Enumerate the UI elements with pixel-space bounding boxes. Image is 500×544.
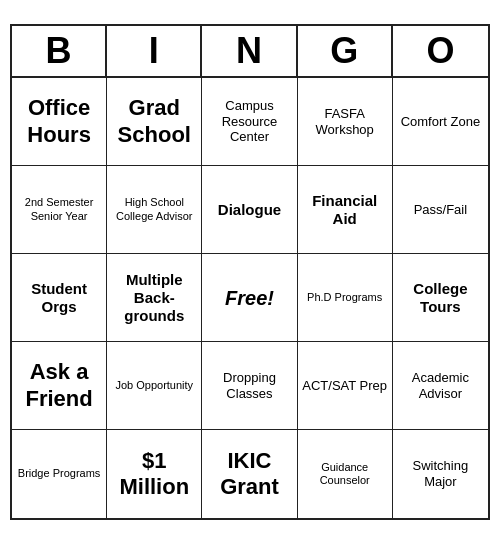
bingo-cell: Job Opportunity	[107, 342, 202, 430]
bingo-cell: Campus Resource Center	[202, 78, 297, 166]
bingo-cell: Multiple Back-grounds	[107, 254, 202, 342]
cell-text: Financial Aid	[301, 192, 389, 228]
bingo-cell: High School College Advisor	[107, 166, 202, 254]
bingo-header: BINGO	[12, 26, 488, 78]
header-letter: G	[298, 26, 393, 76]
bingo-cell: $1 Million	[107, 430, 202, 518]
cell-text: Ask a Friend	[15, 359, 103, 412]
cell-text: Comfort Zone	[401, 114, 480, 130]
bingo-cell: Office Hours	[12, 78, 107, 166]
cell-text: High School College Advisor	[110, 196, 198, 222]
bingo-cell: Ph.D Programs	[298, 254, 393, 342]
header-letter: N	[202, 26, 297, 76]
bingo-cell: Pass/Fail	[393, 166, 488, 254]
bingo-cell: Ask a Friend	[12, 342, 107, 430]
cell-text: Grad School	[110, 95, 198, 148]
bingo-cell: Financial Aid	[298, 166, 393, 254]
cell-text: Free!	[225, 286, 274, 310]
bingo-cell: Free!	[202, 254, 297, 342]
bingo-cell: Dialogue	[202, 166, 297, 254]
bingo-cell: Academic Advisor	[393, 342, 488, 430]
cell-text: Office Hours	[15, 95, 103, 148]
header-letter: I	[107, 26, 202, 76]
bingo-cell: Grad School	[107, 78, 202, 166]
bingo-cell: ACT/SAT Prep	[298, 342, 393, 430]
bingo-cell: Switching Major	[393, 430, 488, 518]
cell-text: FASFA Workshop	[301, 106, 389, 137]
bingo-card: BINGO Office HoursGrad SchoolCampus Reso…	[10, 24, 490, 520]
bingo-grid: Office HoursGrad SchoolCampus Resource C…	[12, 78, 488, 518]
bingo-cell: Comfort Zone	[393, 78, 488, 166]
bingo-cell: Student Orgs	[12, 254, 107, 342]
bingo-cell: College Tours	[393, 254, 488, 342]
header-letter: O	[393, 26, 488, 76]
cell-text: Student Orgs	[15, 280, 103, 316]
cell-text: Ph.D Programs	[307, 291, 382, 304]
cell-text: Switching Major	[396, 458, 485, 489]
cell-text: Dropping Classes	[205, 370, 293, 401]
bingo-cell: Bridge Programs	[12, 430, 107, 518]
header-letter: B	[12, 26, 107, 76]
cell-text: Dialogue	[218, 201, 281, 219]
cell-text: Campus Resource Center	[205, 98, 293, 145]
bingo-cell: Guidance Counselor	[298, 430, 393, 518]
cell-text: Multiple Back-grounds	[110, 271, 198, 325]
cell-text: Guidance Counselor	[301, 461, 389, 487]
bingo-cell: IKIC Grant	[202, 430, 297, 518]
cell-text: College Tours	[396, 280, 485, 316]
bingo-cell: Dropping Classes	[202, 342, 297, 430]
cell-text: IKIC Grant	[205, 448, 293, 501]
bingo-cell: 2nd Semester Senior Year	[12, 166, 107, 254]
cell-text: Job Opportunity	[115, 379, 193, 392]
cell-text: Bridge Programs	[18, 467, 101, 480]
cell-text: Academic Advisor	[396, 370, 485, 401]
cell-text: 2nd Semester Senior Year	[15, 196, 103, 222]
cell-text: $1 Million	[110, 448, 198, 501]
bingo-cell: FASFA Workshop	[298, 78, 393, 166]
cell-text: ACT/SAT Prep	[302, 378, 387, 394]
cell-text: Pass/Fail	[414, 202, 467, 218]
